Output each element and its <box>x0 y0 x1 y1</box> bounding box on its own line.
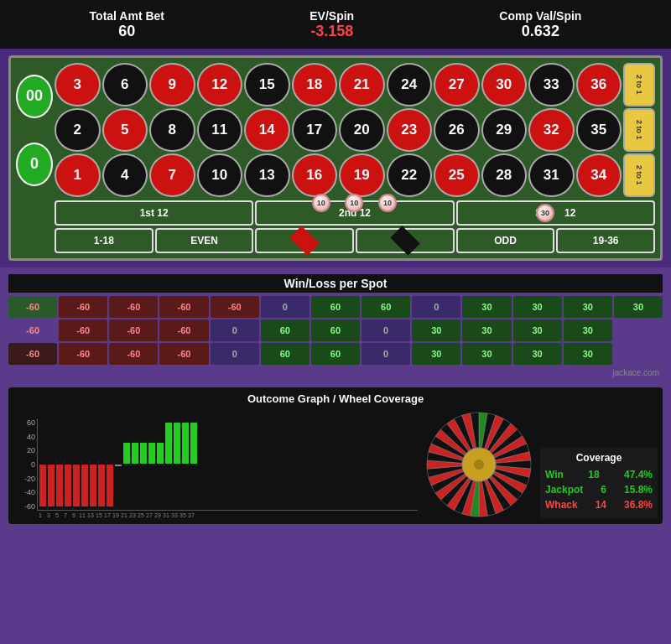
x-label-5: 5 <box>54 512 60 518</box>
wl-cell-1-0: -60 <box>8 319 57 341</box>
num-cell-18[interactable]: 18 <box>292 63 338 106</box>
num-cell-14[interactable]: 14 <box>244 108 290 152</box>
winloss-section: Win/Loss per Spot -60-60-60-60-600606003… <box>0 269 671 384</box>
first-dozen[interactable]: 1st 12 <box>55 200 253 226</box>
num-cell-36[interactable]: 36 <box>576 63 622 106</box>
num-cell-1[interactable]: 1 <box>55 153 101 197</box>
num-cell-16[interactable]: 16 <box>292 153 338 197</box>
bet-red-diamond[interactable] <box>255 228 354 253</box>
wl-cell-2-0: -60 <box>8 343 57 365</box>
wl-cell-0-9: 30 <box>462 296 511 318</box>
num-cell-22[interactable]: 22 <box>387 153 433 197</box>
black-diamond-icon <box>390 226 419 255</box>
chip-30[interactable]: 30 <box>536 204 554 222</box>
num-cell-20[interactable]: 20 <box>339 108 385 152</box>
num-cell-10[interactable]: 10 <box>197 153 243 197</box>
num-cell-17[interactable]: 17 <box>292 108 338 152</box>
wl-cell-0-10: 30 <box>513 296 562 318</box>
chip-16[interactable]: 10 <box>312 194 330 212</box>
outside-cells: 1-18 EVEN ODD 19-36 <box>55 228 655 253</box>
num-cell-29[interactable]: 29 <box>481 108 528 152</box>
zero-0[interactable]: 0 <box>16 143 53 186</box>
num-cell-30[interactable]: 30 <box>481 63 528 106</box>
bar-10 <box>123 443 130 464</box>
num-cell-24[interactable]: 24 <box>387 63 433 106</box>
num-cell-21[interactable]: 21 <box>339 63 385 106</box>
num-cell-23[interactable]: 23 <box>387 108 433 152</box>
wl-cell-0-5: 0 <box>261 296 309 318</box>
second-dozen[interactable]: 2nd 12 10 10 10 <box>255 200 454 226</box>
comp-val-value: 0.632 <box>499 23 581 40</box>
num-cell-25[interactable]: 25 <box>434 153 480 197</box>
num-cell-3[interactable]: 3 <box>55 63 101 106</box>
num-cell-26[interactable]: 26 <box>434 108 480 152</box>
bet-black-diamond[interactable] <box>356 228 455 253</box>
x-label-23: 23 <box>129 512 136 518</box>
winloss-title: Win/Loss per Spot <box>8 274 663 293</box>
num-cell-34[interactable]: 34 <box>576 153 622 197</box>
chart-area: 6040200-20-40-60 13579111315171921232527… <box>13 410 658 519</box>
num-cell-6[interactable]: 6 <box>102 63 148 106</box>
num-cell-31[interactable]: 31 <box>528 153 575 197</box>
wl-cell-2-1: -60 <box>59 343 107 365</box>
coverage-whack-label: Whack <box>545 499 578 511</box>
num-cell-11[interactable]: 11 <box>197 108 243 152</box>
num-cell-27[interactable]: 27 <box>434 63 480 106</box>
ev-spin-value: -3.158 <box>309 23 354 40</box>
wl-cell-0-6: 60 <box>311 296 360 318</box>
wl-cell-2-6: 60 <box>311 343 360 365</box>
num-cell-12[interactable]: 12 <box>197 63 243 106</box>
bar-14 <box>157 443 164 464</box>
watermark: jackace.com <box>8 366 663 379</box>
wl-cell-2-3: -60 <box>159 343 208 365</box>
bet-odd[interactable]: ODD <box>456 228 555 253</box>
winloss-row-0: -60-60-60-60-6006060030303030 <box>8 296 663 318</box>
wl-cell-1-5: 60 <box>261 319 309 341</box>
wl-cell-1-3: -60 <box>159 319 208 341</box>
wl-cell-1-1: -60 <box>59 319 107 341</box>
winloss-row-1: -60-60-60-6006060030303030 <box>8 319 663 341</box>
wl-cell-0-12: 30 <box>614 296 663 318</box>
wl-cell-2-11: 30 <box>564 343 612 365</box>
num-cell-4[interactable]: 4 <box>102 153 148 197</box>
coverage-win-pct: 47.4% <box>624 469 653 480</box>
wl-cell-1-4: 0 <box>211 319 259 341</box>
coverage-whack-count: 14 <box>596 499 606 511</box>
num-cell-19[interactable]: 19 <box>339 153 385 197</box>
two-to-one-mid[interactable]: 2 to 1 <box>623 108 655 152</box>
bar-11 <box>132 443 138 464</box>
num-cell-9[interactable]: 9 <box>149 63 195 106</box>
two-to-one-bot[interactable]: 2 to 1 <box>623 153 655 197</box>
bar-7 <box>98 465 105 506</box>
num-cell-7[interactable]: 7 <box>149 153 195 197</box>
num-cell-35[interactable]: 35 <box>576 108 622 152</box>
num-cell-2[interactable]: 2 <box>55 108 101 152</box>
bet-19-36[interactable]: 19-36 <box>556 228 655 253</box>
bar-6 <box>90 465 96 506</box>
wl-cell-0-7: 60 <box>362 296 410 318</box>
chip-22[interactable]: 10 <box>378 194 397 212</box>
x-label-13: 13 <box>87 512 94 518</box>
two-to-one-top[interactable]: 2 to 1 <box>623 63 655 106</box>
num-cell-5[interactable]: 5 <box>102 108 148 152</box>
x-label-7: 7 <box>62 512 69 518</box>
bet-1-18[interactable]: 1-18 <box>55 228 153 253</box>
numbers-grid: 3691215182124273033362581114172023262932… <box>55 63 622 197</box>
coverage-win-row: Win 18 47.4% <box>545 469 653 480</box>
num-cell-8[interactable]: 8 <box>149 108 195 152</box>
num-cell-32[interactable]: 32 <box>528 108 575 152</box>
third-dozen[interactable]: 3 30 12 <box>456 200 655 226</box>
num-cell-28[interactable]: 28 <box>481 153 528 197</box>
bet-even[interactable]: EVEN <box>155 228 254 253</box>
x-label-37: 37 <box>188 512 195 518</box>
num-cell-15[interactable]: 15 <box>244 63 290 106</box>
wl-cell-1-11: 30 <box>564 319 612 341</box>
bar-9 <box>115 465 122 466</box>
num-cell-33[interactable]: 33 <box>528 63 575 106</box>
coverage-box: Coverage Win 18 47.4% Jackpot 6 15.8% Wh… <box>540 447 658 519</box>
zero-00[interactable]: 00 <box>16 75 53 118</box>
num-cell-13[interactable]: 13 <box>244 153 290 197</box>
wl-cell-2-12 <box>614 343 663 365</box>
wl-cell-0-0: -60 <box>8 296 57 318</box>
winloss-grid-container: -60-60-60-60-6006060030303030-60-60-60-6… <box>8 296 663 365</box>
